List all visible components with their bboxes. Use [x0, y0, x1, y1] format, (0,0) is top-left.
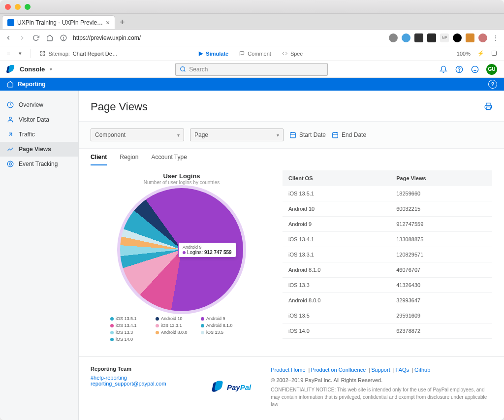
legend-item[interactable]: iOS 13.3 — [110, 330, 150, 335]
start-date-button[interactable]: Start Date — [289, 131, 326, 138]
uxpin-menu-icon[interactable]: ≡ — [7, 51, 10, 57]
spec-tab[interactable]: Spec — [282, 50, 303, 57]
site-info-icon[interactable] — [59, 33, 68, 42]
table-row[interactable]: iOS 13.341326430 — [283, 278, 492, 293]
gauge-icon — [7, 101, 14, 108]
table-row[interactable]: Android 8.1.046076707 — [283, 262, 492, 278]
comment-tab[interactable]: Comment — [239, 50, 271, 57]
extension-icon[interactable]: NP — [440, 33, 449, 42]
search-input[interactable]: Search — [175, 63, 328, 76]
footer-link[interactable]: Product Home — [271, 367, 305, 373]
svg-line-9 — [184, 70, 185, 71]
close-tab-icon[interactable]: × — [106, 19, 110, 27]
legend-item[interactable]: iOS 13.4.1 — [110, 323, 150, 328]
main-content: Page Views Component▾ Page▾ Start Date E… — [79, 91, 504, 420]
home-icon — [7, 81, 14, 88]
sidebar-item-visitor-data[interactable]: Visitor Data — [0, 112, 78, 127]
legend-item[interactable]: iOS 13.5.1 — [110, 316, 150, 321]
footer-links: Product Home|Product on Confluence|Suppo… — [271, 366, 492, 374]
legend-item[interactable]: Android 8.1.0 — [201, 323, 240, 328]
sidebar-item-traffic[interactable]: Traffic — [0, 127, 78, 142]
section-title: Reporting — [18, 81, 46, 88]
minimize-window-icon[interactable] — [15, 4, 21, 10]
extension-icon[interactable] — [453, 33, 462, 42]
tab-client[interactable]: Client — [91, 154, 107, 165]
tab-account-type[interactable]: Account Type — [151, 154, 187, 165]
browser-tab[interactable]: UXPin Training - UXPin Previe… × — [2, 15, 115, 29]
page-dropdown[interactable]: Page▾ — [190, 129, 284, 141]
footer-email-link[interactable]: reporting_support@paypal.com — [91, 381, 166, 387]
zoom-label[interactable]: 100% — [457, 51, 471, 57]
new-tab-button[interactable]: + — [115, 15, 129, 29]
url-field[interactable]: https://preview.uxpin.com/ — [73, 34, 141, 41]
tab-region[interactable]: Region — [120, 154, 138, 165]
bell-icon[interactable] — [439, 65, 448, 74]
legend-item[interactable]: Android 8.0.0 — [156, 330, 195, 335]
chevron-down-icon[interactable]: ▾ — [50, 66, 52, 72]
table-row[interactable]: Android 8.0.032993647 — [283, 293, 492, 308]
page-title: Page Views — [91, 100, 148, 113]
app-title: Console — [20, 65, 45, 73]
table-row[interactable]: iOS 14.062378872 — [283, 323, 492, 339]
table-row[interactable]: Android 9912747559 — [283, 217, 492, 232]
help-icon[interactable] — [455, 65, 464, 74]
reload-icon[interactable] — [32, 33, 40, 42]
sidebar-item-overview[interactable]: Overview — [0, 97, 78, 112]
table-row[interactable]: iOS 13.4.1133088875 — [283, 232, 492, 247]
browser-addressbar: https://preview.uxpin.com/ NP ⋮ — [0, 30, 504, 46]
feedback-icon[interactable] — [471, 65, 479, 74]
profile-avatar-icon[interactable] — [478, 33, 487, 42]
table-row[interactable]: Android 1060032215 — [283, 201, 492, 217]
extension-icon[interactable] — [466, 33, 474, 42]
filter-bar: Component▾ Page▾ Start Date End Date — [79, 121, 504, 149]
fullscreen-icon[interactable] — [491, 50, 497, 57]
forward-icon[interactable] — [18, 33, 27, 42]
svg-rect-5 — [43, 54, 45, 55]
table-row[interactable]: iOS 13.529591609 — [283, 308, 492, 323]
sitemap-button[interactable]: Sitemap: Chart Report De… — [40, 51, 118, 57]
legend-item[interactable]: iOS 14.0 — [110, 337, 150, 342]
extension-icon[interactable] — [427, 33, 436, 42]
footer-link[interactable]: FAQs — [396, 367, 410, 373]
user-avatar[interactable]: GU — [486, 64, 497, 75]
svg-point-12 — [472, 66, 478, 72]
extension-icon[interactable] — [402, 33, 410, 42]
paypal-logo-icon — [213, 381, 223, 393]
chevron-down-icon[interactable]: ▾ — [19, 50, 22, 57]
arrows-icon — [7, 131, 14, 138]
legend-item[interactable]: iOS 13.5 — [201, 330, 240, 335]
home-icon[interactable] — [45, 33, 54, 42]
table-row[interactable]: iOS 13.3.1120829571 — [283, 247, 492, 262]
data-table-panel: Client OSPage Views iOS 13.5.118259660An… — [283, 170, 492, 342]
chrome-menu-icon[interactable]: ⋮ — [491, 33, 500, 42]
favicon-icon — [7, 19, 14, 26]
svg-point-8 — [181, 67, 185, 71]
chart-title: User Logins — [91, 172, 273, 180]
footer-link[interactable]: Support — [371, 367, 390, 373]
legend-item[interactable]: Android 10 — [156, 316, 195, 321]
section-help-icon[interactable]: ? — [488, 80, 497, 89]
extension-icon[interactable] — [389, 33, 398, 42]
lightning-icon[interactable]: ⚡ — [477, 50, 484, 57]
end-date-button[interactable]: End Date — [332, 131, 366, 138]
component-dropdown[interactable]: Component▾ — [91, 129, 184, 141]
footer-link[interactable]: Product on Confluence — [311, 367, 366, 373]
back-icon[interactable] — [4, 33, 13, 42]
sidebar-item-event-tracking[interactable]: Event Tracking — [0, 157, 78, 171]
simulate-tab[interactable]: ▶ Simulate — [199, 50, 228, 57]
table-row[interactable]: iOS 13.5.118259660 — [283, 186, 492, 201]
calendar-icon — [332, 131, 339, 138]
print-icon[interactable] — [484, 102, 492, 112]
app-header: Console ▾ Search GU — [0, 61, 504, 78]
browser-tabstrip: UXPin Training - UXPin Previe… × + — [0, 14, 504, 30]
extension-icon[interactable] — [414, 33, 423, 42]
sidebar-item-page-views[interactable]: Page Views — [0, 142, 78, 157]
legend-item[interactable]: iOS 13.3.1 — [156, 323, 195, 328]
svg-rect-3 — [41, 51, 42, 53]
zoom-window-icon[interactable] — [25, 4, 31, 10]
footer-link[interactable]: Github — [414, 367, 430, 373]
legend-item[interactable]: Android 9 — [201, 316, 240, 321]
close-window-icon[interactable] — [5, 4, 11, 10]
footer-channel-link[interactable]: #help-reporting — [91, 375, 127, 381]
svg-rect-6 — [41, 54, 42, 55]
